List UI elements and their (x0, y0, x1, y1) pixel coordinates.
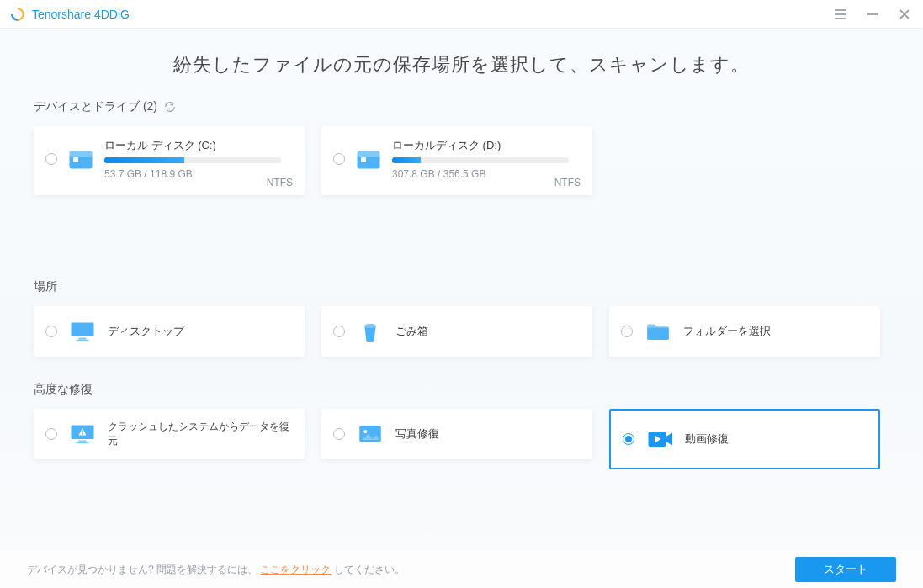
main-content: 紛失したファイルの元の保存場所を選択して、スキャンします。 デバイスとドライブ … (0, 29, 923, 469)
start-button[interactable]: スタート (795, 557, 896, 582)
drive-stats: 307.8 GB / 356.5 GB (392, 168, 581, 180)
advanced-label: 写真修復 (395, 426, 439, 442)
section-locations-title: 場所 (34, 279, 889, 294)
svg-rect-21 (82, 433, 83, 435)
brand: Tenorshare 4DDiG (10, 7, 130, 22)
drive-card-d[interactable]: ローカルディスク (D:) 307.8 GB / 356.5 GB NTFS (321, 126, 592, 195)
svg-rect-12 (358, 151, 380, 158)
usage-bar (392, 157, 569, 163)
usage-bar (104, 157, 281, 163)
section-locations-label: 場所 (34, 279, 57, 294)
menu-icon[interactable] (834, 8, 847, 21)
radio-photo[interactable] (333, 428, 345, 440)
advanced-row: クラッシュしたシステムからデータを復元 写真修復 動画修復 (34, 409, 889, 469)
section-drives-title: デバイスとドライブ (2) (34, 99, 889, 114)
folder-icon (643, 316, 673, 347)
image-icon (355, 419, 385, 449)
drive-body: ローカル ディスク (C:) 53.7 GB / 118.9 GB (104, 136, 293, 180)
drive-card-c[interactable]: ローカル ディスク (C:) 53.7 GB / 118.9 GB NTFS (34, 126, 305, 195)
svg-rect-9 (70, 151, 93, 158)
drive-name: ローカル ディスク (C:) (104, 138, 293, 153)
advanced-label: クラッシュしたシステムからデータを復元 (108, 420, 293, 448)
page-title: 紛失したファイルの元の保存場所を選択して、スキャンします。 (34, 52, 889, 77)
refresh-icon[interactable] (164, 101, 176, 113)
titlebar: Tenorshare 4DDiG (0, 0, 923, 29)
drive-name: ローカルディスク (D:) (392, 138, 581, 153)
window-controls (834, 8, 911, 21)
usage-bar-fill (104, 157, 184, 163)
radio-video[interactable] (623, 433, 634, 445)
svg-point-25 (363, 430, 367, 433)
locations-row: ディスクトップ ごみ箱 フォルダーを選択 (34, 306, 889, 357)
video-icon (645, 424, 675, 454)
drive-fs: NTFS (554, 177, 581, 188)
usage-bar-fill (392, 157, 421, 163)
radio-desktop[interactable] (45, 326, 57, 337)
location-choose-folder[interactable]: フォルダーを選択 (609, 306, 880, 357)
drive-stats: 53.7 GB / 118.9 GB (104, 168, 293, 180)
radio-folder[interactable] (621, 326, 633, 337)
drive-body: ローカルディスク (D:) 307.8 GB / 356.5 GB (392, 136, 581, 180)
advanced-label: 動画修復 (685, 432, 729, 447)
crashed-monitor-icon (67, 419, 98, 449)
svg-rect-15 (79, 338, 87, 340)
svg-rect-22 (79, 441, 87, 442)
location-label: ディスクトップ (108, 324, 184, 339)
section-advanced-label: 高度な修復 (34, 382, 93, 397)
svg-rect-14 (72, 323, 94, 337)
close-icon[interactable] (898, 8, 911, 21)
footer-text: デバイスが見つかりません? 問題を解決するには、 ここをクリック してください。 (27, 563, 405, 577)
drive-fs: NTFS (267, 177, 293, 188)
radio-recycle[interactable] (333, 326, 345, 337)
monitor-icon (67, 316, 98, 347)
section-advanced-title: 高度な修復 (34, 382, 889, 397)
svg-rect-18 (647, 328, 669, 340)
brand-logo-icon (10, 7, 25, 22)
footer-link[interactable]: ここをクリック (260, 564, 331, 575)
advanced-photo-repair[interactable]: 写真修復 (321, 409, 592, 459)
location-desktop[interactable]: ディスクトップ (34, 306, 305, 357)
footer: デバイスが見つかりません? 問題を解決するには、 ここをクリック してください。… (0, 551, 923, 588)
svg-rect-10 (73, 157, 78, 162)
radio-drive-d[interactable] (333, 153, 345, 165)
hdd-icon (353, 145, 384, 175)
brand-name: Tenorshare 4DDiG (32, 8, 130, 21)
advanced-video-repair[interactable]: 動画修復 (609, 409, 880, 469)
hdd-icon (66, 145, 96, 175)
svg-point-17 (364, 324, 375, 328)
radio-drive-c[interactable] (45, 153, 57, 165)
drives-row: ローカル ディスク (C:) 53.7 GB / 118.9 GB NTFS ロ… (34, 126, 889, 195)
svg-rect-20 (82, 430, 83, 433)
trash-icon (355, 316, 385, 347)
svg-rect-16 (77, 340, 89, 342)
location-label: ごみ箱 (395, 324, 428, 339)
location-label: フォルダーを選択 (683, 324, 771, 339)
minimize-icon[interactable] (866, 8, 879, 21)
svg-rect-23 (77, 442, 89, 444)
svg-rect-13 (361, 157, 366, 162)
advanced-crashed-system[interactable]: クラッシュしたシステムからデータを復元 (34, 409, 305, 459)
section-drives-label: デバイスとドライブ (2) (34, 99, 157, 114)
location-recycle-bin[interactable]: ごみ箱 (321, 306, 592, 357)
radio-crashed[interactable] (45, 428, 57, 440)
